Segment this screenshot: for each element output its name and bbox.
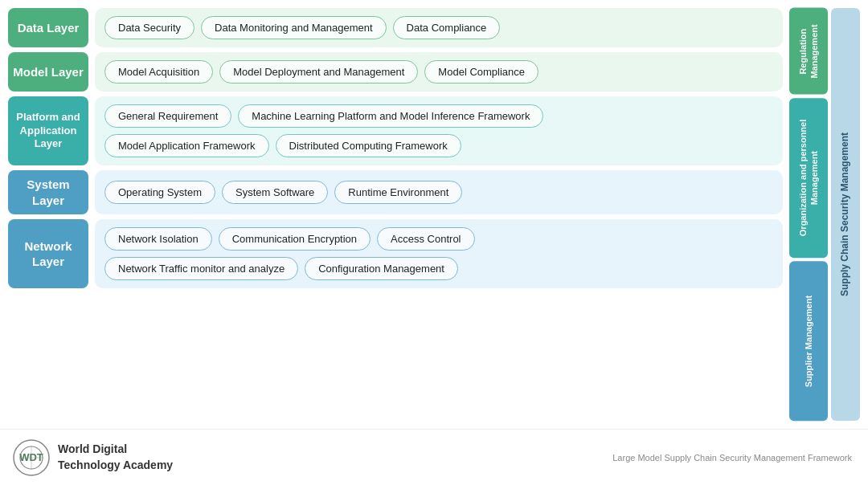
network-layer-row: Network Layer Network Isolation Communic…	[8, 219, 783, 288]
pill-config-mgmt: Configuration Management	[305, 257, 458, 280]
pill-ml-platform: Machine Learning Platform and Model Infe…	[238, 104, 543, 128]
right-panel: Regulation Management Organization and p…	[789, 8, 860, 421]
data-layer-row: Data Layer Data Security Data Monitoring…	[8, 8, 783, 47]
content-area: Data Layer Data Security Data Monitoring…	[0, 0, 868, 429]
model-layer-label: Model Layer	[8, 52, 88, 92]
pill-data-monitoring: Data Monitoring and Management	[201, 16, 387, 39]
footer-left: WDT World Digital Technology Academy	[13, 439, 173, 476]
platform-layer-content: General Requirement Machine Learning Pla…	[95, 96, 783, 165]
network-layer-label: Network Layer	[8, 219, 88, 288]
system-layer-row: System Layer Operating System System Sof…	[8, 170, 783, 214]
pill-distributed-computing: Distributed Computing Framework	[276, 134, 461, 157]
regulation-management-label: Regulation Management	[789, 8, 828, 95]
footer: WDT World Digital Technology Academy Lar…	[0, 429, 868, 485]
platform-layer-label: Platform and Application Layer	[8, 96, 88, 165]
org-personnel-label: Organization and personnel Management	[789, 98, 828, 258]
pill-model-acquisition: Model Acquisition	[104, 60, 213, 84]
network-row-2: Network Traffic monitor and analyze Conf…	[104, 257, 773, 280]
system-layer-content: Operating System System Software Runtime…	[95, 170, 783, 214]
platform-layer-row: Platform and Application Layer General R…	[8, 96, 783, 165]
data-layer-label: Data Layer	[8, 8, 88, 47]
data-layer-content: Data Security Data Monitoring and Manage…	[95, 8, 783, 47]
platform-row-2: Model Application Framework Distributed …	[104, 134, 773, 157]
model-layer-row: Model Layer Model Acquisition Model Depl…	[8, 52, 783, 92]
wdta-logo-icon: WDT	[13, 439, 50, 476]
pill-system-software: System Software	[222, 181, 328, 204]
system-layer-label: System Layer	[8, 170, 88, 214]
supplier-management-label: Supplier Management	[789, 261, 828, 421]
pill-runtime-env: Runtime Environment	[334, 181, 462, 204]
org-name: World Digital Technology Academy	[58, 442, 173, 473]
pill-comm-encryption: Communication Encryption	[219, 227, 371, 251]
pill-general-req: General Requirement	[104, 104, 231, 128]
pill-model-compliance: Model Compliance	[424, 60, 538, 84]
model-layer-content: Model Acquisition Model Deployment and M…	[95, 52, 783, 92]
pill-data-compliance: Data Compliance	[393, 16, 501, 39]
network-layer-content: Network Isolation Communication Encrypti…	[95, 219, 783, 288]
pill-data-security: Data Security	[104, 16, 194, 39]
platform-row-1: General Requirement Machine Learning Pla…	[104, 104, 773, 128]
layers-area: Data Layer Data Security Data Monitoring…	[8, 8, 783, 421]
pill-model-app-framework: Model Application Framework	[104, 134, 269, 157]
network-row-1: Network Isolation Communication Encrypti…	[104, 227, 773, 251]
pill-model-deployment: Model Deployment and Management	[219, 60, 418, 84]
pill-os: Operating System	[104, 181, 215, 204]
pill-network-isolation: Network Isolation	[104, 227, 212, 251]
pill-network-traffic: Network Traffic monitor and analyze	[104, 257, 298, 280]
main-container: Data Layer Data Security Data Monitoring…	[0, 0, 868, 485]
footer-note: Large Model Supply Chain Security Manage…	[612, 453, 852, 463]
supply-chain-label: Supply Chain Security Management	[831, 8, 860, 421]
pill-access-control: Access Control	[377, 227, 474, 251]
